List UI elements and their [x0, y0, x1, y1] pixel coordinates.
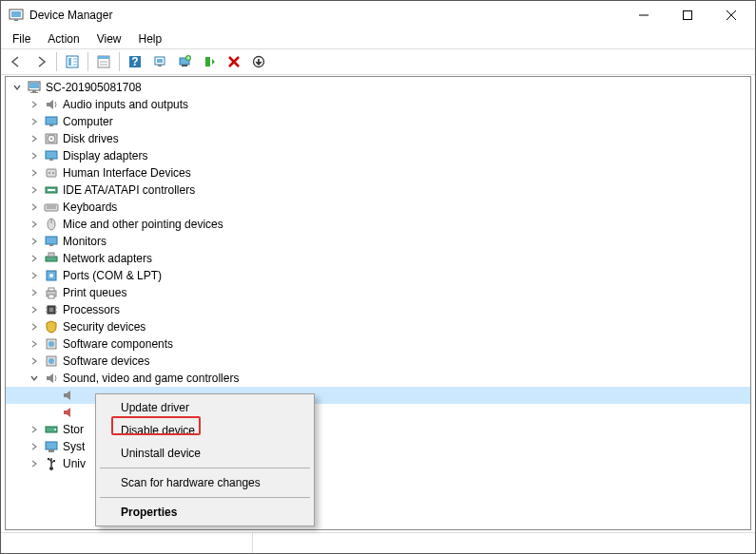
status-cell: [253, 533, 755, 553]
usb-icon: [44, 456, 59, 471]
app-icon: [9, 8, 24, 23]
ctx-separator: [100, 497, 310, 498]
ctx-separator: [100, 468, 310, 468]
expand-icon[interactable]: [27, 353, 42, 369]
svg-text:?: ?: [131, 55, 138, 68]
menu-file[interactable]: File: [5, 30, 38, 48]
category-label: Mice and other pointing devices: [63, 218, 231, 231]
svg-rect-30: [29, 83, 39, 88]
collapse-icon[interactable]: [10, 80, 25, 95]
expand-icon[interactable]: [27, 165, 42, 181]
ctx-disable-device[interactable]: Disable device: [98, 419, 312, 442]
menu-view[interactable]: View: [89, 30, 129, 48]
expand-icon[interactable]: [27, 439, 42, 454]
forward-button[interactable]: [29, 50, 52, 73]
svg-point-42: [52, 172, 54, 174]
enable-device-button[interactable]: [198, 50, 221, 73]
tree-category[interactable]: Display adapters: [6, 147, 750, 164]
svg-rect-8: [68, 58, 71, 66]
toolbar-separator: [119, 52, 120, 71]
svg-rect-2: [14, 19, 18, 21]
category-label: Software components: [63, 337, 181, 351]
expand-icon[interactable]: [27, 217, 42, 232]
category-label: Stor: [63, 423, 91, 436]
port-icon: [44, 268, 59, 283]
expand-icon[interactable]: [27, 251, 42, 266]
tree-category[interactable]: Computer: [6, 113, 750, 130]
menu-help[interactable]: Help: [131, 30, 170, 48]
tree-category[interactable]: Keyboards: [6, 199, 750, 216]
update-driver-button[interactable]: [173, 50, 196, 73]
speaker-icon: [44, 97, 59, 112]
expand-icon[interactable]: [27, 131, 42, 146]
svg-point-70: [54, 429, 56, 430]
svg-rect-33: [46, 117, 57, 124]
ctx-scan-hardware[interactable]: Scan for hardware changes: [98, 471, 312, 494]
tree-category-sound[interactable]: Sound, video and game controllers: [6, 370, 750, 387]
ctx-update-driver[interactable]: Update driver: [98, 396, 312, 419]
tree-category[interactable]: Disk drives: [6, 130, 750, 147]
expand-icon[interactable]: [27, 319, 42, 334]
category-label: IDE ATA/ATAPI controllers: [63, 183, 203, 197]
scan-button[interactable]: [148, 50, 171, 73]
tree-category[interactable]: Software components: [6, 335, 750, 353]
category-label: Syst: [63, 440, 92, 453]
tree-root[interactable]: SC-201905081708: [6, 79, 750, 96]
ctx-uninstall-device[interactable]: Uninstall device: [98, 442, 312, 465]
keyboard-icon: [44, 200, 59, 215]
tree-category[interactable]: Human Interface Devices: [6, 164, 750, 181]
maximize-button[interactable]: [666, 1, 709, 29]
hid-icon: [44, 165, 59, 181]
category-label: Human Interface Devices: [63, 166, 199, 180]
properties-button[interactable]: [92, 50, 115, 73]
toolbar-separator: [87, 52, 88, 71]
svg-point-75: [48, 458, 49, 460]
close-button[interactable]: [709, 1, 753, 29]
expand-icon[interactable]: [27, 97, 42, 112]
expand-icon[interactable]: [27, 200, 42, 215]
svg-rect-1: [11, 11, 21, 17]
svg-rect-40: [47, 169, 56, 177]
expand-icon[interactable]: [27, 268, 42, 283]
expand-icon[interactable]: [27, 336, 42, 352]
tree-category[interactable]: IDE ATA/ATAPI controllers: [6, 181, 750, 199]
show-hide-tree-button[interactable]: [61, 50, 84, 73]
svg-rect-58: [48, 295, 54, 298]
tree-category[interactable]: Audio inputs and outputs: [6, 96, 750, 113]
help-button[interactable]: ?: [124, 50, 146, 73]
tree-category[interactable]: Software devices: [6, 353, 750, 370]
minimize-button[interactable]: [622, 1, 666, 29]
uninstall-button[interactable]: [223, 50, 245, 73]
menu-action[interactable]: Action: [40, 30, 87, 48]
expand-icon[interactable]: [27, 302, 42, 317]
expand-icon[interactable]: [27, 114, 42, 129]
expand-icon[interactable]: [27, 422, 42, 437]
disable-device-button[interactable]: [247, 50, 270, 73]
back-button[interactable]: [5, 50, 28, 73]
root-label: SC-201905081708: [46, 81, 149, 94]
svg-rect-24: [205, 57, 210, 67]
storage-icon: [44, 422, 59, 437]
tree-category[interactable]: Mice and other pointing devices: [6, 216, 750, 233]
expand-icon[interactable]: [27, 456, 42, 471]
component-icon: [44, 336, 59, 352]
ctx-properties[interactable]: Properties: [98, 501, 312, 524]
tree-category[interactable]: Processors: [6, 301, 750, 318]
expand-icon[interactable]: [27, 234, 42, 249]
svg-rect-76: [53, 460, 55, 462]
tree-category[interactable]: Network adapters: [6, 250, 750, 267]
tree-category[interactable]: Print queues: [6, 284, 750, 301]
expand-icon[interactable]: [27, 285, 42, 300]
svg-rect-32: [30, 92, 38, 93]
category-label: Display adapters: [63, 149, 155, 162]
monitor-icon: [44, 234, 59, 249]
svg-point-55: [49, 274, 53, 277]
collapse-icon[interactable]: [27, 371, 42, 386]
expand-icon[interactable]: [27, 148, 42, 163]
svg-rect-44: [48, 189, 55, 191]
expand-icon[interactable]: [27, 182, 42, 198]
tree-category[interactable]: Ports (COM & LPT): [6, 267, 750, 284]
svg-rect-22: [182, 65, 187, 67]
tree-category[interactable]: Security devices: [6, 318, 750, 335]
tree-category[interactable]: Monitors: [6, 233, 750, 250]
